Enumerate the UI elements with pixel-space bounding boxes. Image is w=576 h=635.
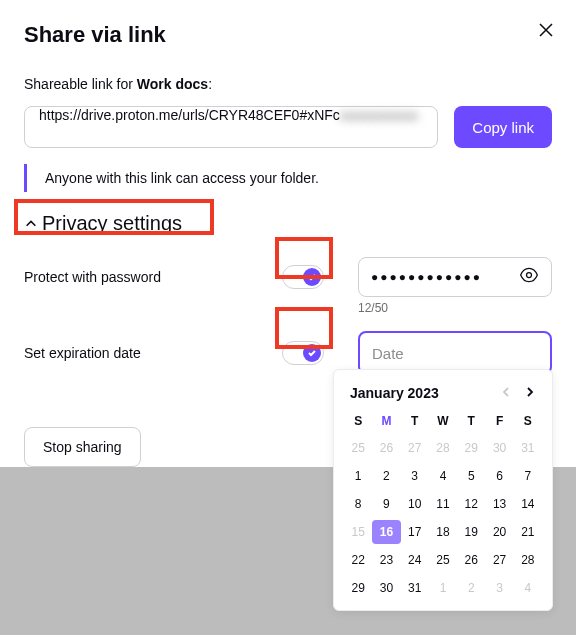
check-icon [307,272,317,282]
calendar-day[interactable]: 1 [344,464,372,488]
calendar-day[interactable]: 31 [514,436,542,460]
close-icon[interactable] [538,22,554,42]
info-bar: Anyone with this link can access your fo… [24,164,552,192]
calendar-day[interactable]: 4 [514,576,542,600]
calendar-day[interactable]: 27 [401,436,429,460]
check-icon [307,348,317,358]
calendar-dow: S [344,410,372,432]
calendar-day[interactable]: 31 [401,576,429,600]
calendar-dow: S [514,410,542,432]
copy-link-button[interactable]: Copy link [454,106,552,148]
calendar-dow: W [429,410,457,432]
calendar-day[interactable]: 17 [401,520,429,544]
password-counter: 12/50 [358,301,552,315]
calendar-day[interactable]: 9 [372,492,400,516]
calendar-day[interactable]: 13 [485,492,513,516]
date-placeholder: Date [372,345,404,362]
calendar-day[interactable]: 15 [344,520,372,544]
calendar-day[interactable]: 29 [457,436,485,460]
password-toggle[interactable] [282,265,324,289]
calendar-day[interactable]: 24 [401,548,429,572]
calendar-day[interactable]: 3 [485,576,513,600]
calendar-dow: T [457,410,485,432]
calendar-day[interactable]: 12 [457,492,485,516]
share-link-blur: aaaaaaaaaa [340,107,418,123]
expiration-label: Set expiration date [24,345,282,361]
share-link-visible: https://drive.proton.me/urls/CRYR48CEF0#… [39,107,340,123]
shareable-subtitle: Shareable link for Work docs: [24,76,552,92]
calendar-day[interactable]: 10 [401,492,429,516]
eye-icon[interactable] [519,265,539,289]
calendar-day[interactable]: 7 [514,464,542,488]
calendar-day[interactable]: 3 [401,464,429,488]
modal-title: Share via link [24,22,552,48]
subtitle-suffix: : [208,76,212,92]
calendar-day[interactable]: 19 [457,520,485,544]
password-value: ●●●●●●●●●●●● [371,270,511,284]
subtitle-prefix: Shareable link for [24,76,137,92]
calendar-dow: M [372,410,400,432]
calendar-day[interactable]: 28 [429,436,457,460]
calendar-day[interactable]: 26 [372,436,400,460]
share-link-input[interactable]: https://drive.proton.me/urls/CRYR48CEF0#… [24,106,438,148]
calendar-day[interactable]: 18 [429,520,457,544]
calendar-day[interactable]: 21 [514,520,542,544]
calendar-day[interactable]: 23 [372,548,400,572]
expiration-toggle[interactable] [282,341,324,365]
calendar-day[interactable]: 28 [514,548,542,572]
stop-sharing-button[interactable]: Stop sharing [24,427,141,467]
calendar-prev-icon[interactable] [500,384,512,402]
chevron-up-icon [24,217,38,231]
calendar-day[interactable]: 11 [429,492,457,516]
calendar-dow: F [485,410,513,432]
calendar-day[interactable]: 1 [429,576,457,600]
calendar-day[interactable]: 27 [485,548,513,572]
calendar-day[interactable]: 30 [372,576,400,600]
calendar-day[interactable]: 20 [485,520,513,544]
calendar-month-label: January 2023 [350,385,439,401]
privacy-settings-label: Privacy settings [42,212,182,235]
svg-point-0 [527,273,532,278]
privacy-settings-toggle[interactable]: Privacy settings [24,212,182,235]
calendar-day[interactable]: 25 [344,436,372,460]
calendar-day[interactable]: 2 [457,576,485,600]
password-input[interactable]: ●●●●●●●●●●●● [358,257,552,297]
calendar-day[interactable]: 16 [372,520,400,544]
calendar-day[interactable]: 22 [344,548,372,572]
calendar-day[interactable]: 29 [344,576,372,600]
subtitle-folder: Work docs [137,76,208,92]
calendar-day[interactable]: 2 [372,464,400,488]
calendar-day[interactable]: 6 [485,464,513,488]
calendar-day[interactable]: 30 [485,436,513,460]
password-label: Protect with password [24,269,282,285]
calendar-day[interactable]: 25 [429,548,457,572]
calendar-day[interactable]: 8 [344,492,372,516]
calendar-day[interactable]: 4 [429,464,457,488]
date-picker: January 2023 SMTWTFS25262728293031123456… [333,369,553,611]
calendar-day[interactable]: 14 [514,492,542,516]
calendar-day[interactable]: 5 [457,464,485,488]
calendar-dow: T [401,410,429,432]
calendar-next-icon[interactable] [524,384,536,402]
calendar-day[interactable]: 26 [457,548,485,572]
